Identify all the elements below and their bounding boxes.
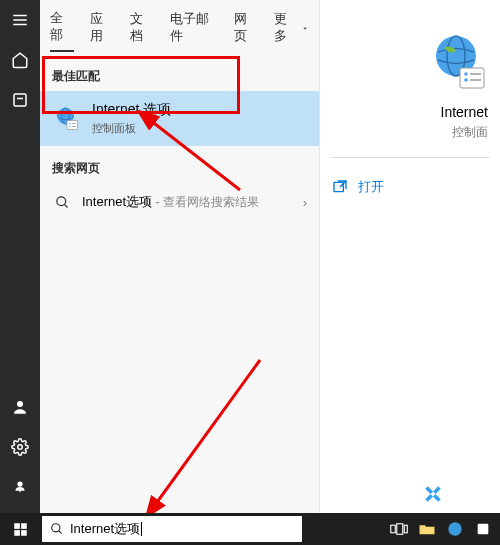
svg-rect-28	[14, 523, 20, 529]
start-sidebar	[0, 0, 40, 513]
svg-point-21	[464, 72, 468, 76]
taskbar-search-box[interactable]: Internet选项	[42, 516, 302, 542]
search-icon	[52, 195, 72, 210]
chevron-right-icon: ›	[303, 195, 307, 210]
preview-internet-icon	[426, 30, 490, 94]
best-match-sub: 控制面板	[92, 121, 171, 136]
tab-all[interactable]: 全部	[50, 10, 74, 52]
svg-point-13	[69, 125, 71, 127]
svg-point-12	[69, 122, 71, 124]
svg-point-37	[448, 522, 461, 535]
start-button[interactable]	[0, 513, 40, 545]
svg-point-22	[464, 78, 468, 82]
best-match-title: Internet 选项	[92, 101, 171, 119]
search-web-item[interactable]: Internet选项 - 查看网络搜索结果 ›	[40, 183, 319, 221]
recent-icon[interactable]	[0, 80, 40, 120]
folder-icon[interactable]	[416, 518, 438, 540]
preview-title: Internet	[330, 104, 490, 120]
svg-rect-36	[404, 525, 407, 533]
tab-email[interactable]: 电子邮件	[170, 11, 218, 51]
svg-rect-31	[21, 530, 27, 536]
search-input-text: Internet选项	[70, 520, 140, 538]
search-web-label: 搜索网页	[40, 154, 319, 183]
preview-sub: 控制面	[330, 124, 490, 141]
svg-rect-25	[334, 182, 343, 191]
best-match-item[interactable]: Internet 选项 控制面板	[40, 91, 319, 146]
svg-rect-30	[14, 530, 20, 536]
search-icon	[50, 522, 64, 536]
search-web-text: Internet选项 - 查看网络搜索结果	[82, 193, 303, 211]
hamburger-icon[interactable]	[0, 0, 40, 40]
internet-options-icon	[52, 104, 82, 134]
edge-icon[interactable]	[444, 518, 466, 540]
home-icon[interactable]	[0, 40, 40, 80]
svg-rect-11	[67, 120, 78, 129]
svg-rect-38	[478, 524, 489, 535]
svg-rect-20	[460, 68, 484, 88]
svg-rect-29	[21, 523, 27, 529]
app-icon[interactable]	[472, 518, 494, 540]
svg-point-32	[52, 524, 60, 532]
svg-point-6	[18, 445, 23, 450]
tab-apps[interactable]: 应用	[90, 11, 114, 51]
open-label: 打开	[358, 178, 384, 196]
svg-rect-34	[391, 525, 396, 533]
settings-icon[interactable]	[0, 427, 40, 467]
svg-rect-3	[14, 94, 26, 106]
tab-docs[interactable]: 文档	[130, 11, 154, 51]
tab-web[interactable]: 网页	[234, 11, 258, 51]
search-panel: 全部 应用 文档 电子邮件 网页 更多 最佳匹配 Internet 选项 控制面…	[40, 0, 500, 513]
open-action[interactable]: 打开	[330, 174, 490, 200]
taskview-icon[interactable]	[388, 518, 410, 540]
svg-line-17	[64, 204, 67, 207]
best-match-label: 最佳匹配	[40, 62, 319, 91]
results-panel: 全部 应用 文档 电子邮件 网页 更多 最佳匹配 Internet 选项 控制面…	[40, 0, 320, 513]
tab-more[interactable]: 更多	[274, 11, 309, 51]
svg-point-16	[56, 196, 65, 205]
svg-point-5	[17, 401, 23, 407]
user-icon[interactable]	[0, 387, 40, 427]
taskbar: Internet选项	[0, 513, 500, 545]
power-icon[interactable]	[0, 467, 40, 507]
divider	[330, 157, 490, 158]
preview-panel: Internet 控制面 打开	[320, 0, 500, 513]
svg-line-33	[59, 531, 62, 534]
open-icon	[332, 179, 348, 195]
svg-rect-35	[397, 524, 403, 535]
filter-tabs: 全部 应用 文档 电子邮件 网页 更多	[40, 6, 319, 62]
svg-point-7	[17, 481, 22, 486]
